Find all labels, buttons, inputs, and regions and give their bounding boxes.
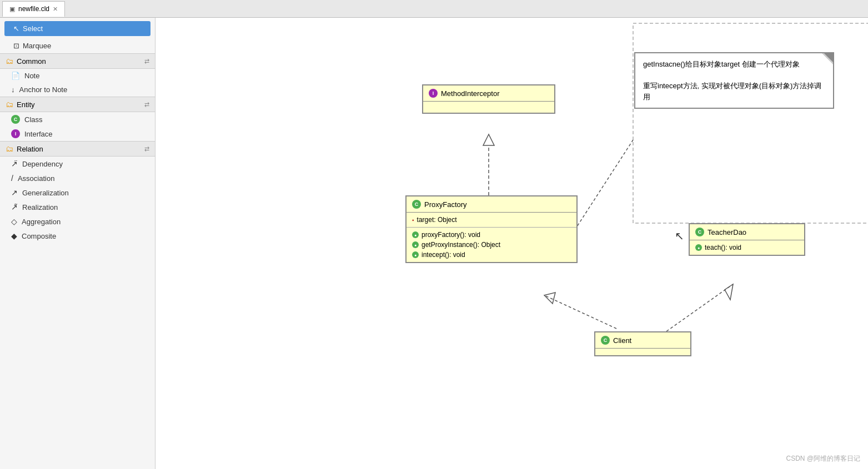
client-header: C Client (595, 332, 690, 349)
entity-label: Entity (17, 100, 35, 109)
pf-m3-icon: ● (412, 251, 419, 258)
tab-close-button[interactable]: ✕ (53, 6, 58, 13)
pf-field-target: ▪ target: Object (412, 215, 571, 225)
marquee-icon: ⊡ (13, 42, 19, 50)
class-icon: C (11, 115, 20, 124)
select-label: Select (23, 24, 43, 33)
mi-type-icon: I (429, 89, 438, 98)
association-label: Association (18, 174, 54, 183)
sidebar: ↖ Select ⊡ Marquee 🗂 Common ⇄ 📄 Note ↓ A… (0, 18, 155, 469)
watermark-text: CSDN @阿维的博客日记 (786, 455, 860, 462)
anchor-icon: ↓ (11, 85, 15, 94)
proxy-factory-methods: ● proxyFactory(): void ● getProxyInstanc… (407, 228, 576, 262)
relation-label: Relation (17, 145, 43, 153)
note-text-2: 重写intecept方法, 实现对被代理对象(目标对象)方法掉调用 (643, 80, 825, 102)
method-interceptor-title: MethodInterceptor (441, 89, 500, 98)
teacher-dao-header: C TeacherDao (690, 224, 804, 240)
common-section-header[interactable]: 🗂 Common ⇄ (0, 53, 155, 69)
tab-newfile[interactable]: ▣ newfile.cld ✕ (2, 1, 65, 17)
proxy-factory-node[interactable]: C ProxyFactory ▪ target: Object ● proxyF… (405, 195, 578, 263)
sidebar-item-dependency[interactable]: ↗̈ Dependency (0, 157, 155, 171)
pf-m2-icon: ● (412, 241, 419, 248)
canvas-area[interactable]: ↖ I MethodInterceptor C ProxyFactory ▪ t… (155, 18, 868, 469)
interface-icon: I (11, 129, 20, 138)
entity-section-header[interactable]: 🗂 Entity ⇄ (0, 97, 155, 112)
teacher-dao-node[interactable]: C TeacherDao ● teach(): void (689, 223, 805, 256)
note-label: Note (24, 72, 39, 80)
dependency-label: Dependency (22, 160, 63, 168)
main-layout: ↖ Select ⊡ Marquee 🗂 Common ⇄ 📄 Note ↓ A… (0, 18, 868, 469)
relation-section-header[interactable]: 🗂 Relation ⇄ (0, 141, 155, 157)
pf-method-1: ● proxyFactory(): void (412, 230, 571, 240)
cl-type-icon: C (601, 336, 610, 345)
client-node[interactable]: C Client (594, 331, 691, 356)
tab-bar: ▣ newfile.cld ✕ (0, 0, 868, 18)
teacher-dao-title: TeacherDao (708, 228, 746, 236)
entity-expand-icon: ⇄ (144, 101, 149, 108)
marquee-label: Marquee (23, 42, 51, 50)
common-label: Common (17, 57, 46, 65)
watermark: CSDN @阿维的博客日记 (786, 454, 860, 463)
anchor-label: Anchor to Note (19, 85, 68, 94)
pf-type-icon: C (412, 200, 421, 209)
method-interceptor-node[interactable]: I MethodInterceptor (422, 84, 555, 114)
client-section (595, 349, 690, 355)
relation-expand-icon: ⇄ (144, 145, 149, 153)
method-interceptor-section (423, 102, 554, 113)
svg-line-6 (666, 284, 733, 331)
teacher-dao-methods: ● teach(): void (690, 240, 804, 255)
select-tool-button[interactable]: ↖ Select (4, 21, 150, 36)
common-expand-icon: ⇄ (144, 58, 149, 65)
sidebar-item-note[interactable]: 📄 Note (0, 69, 155, 83)
tab-icon: ▣ (9, 6, 15, 13)
pf-method-2: ● getProxyInstance(): Object (412, 240, 571, 250)
client-title: Client (613, 336, 631, 345)
common-folder-icon: 🗂 (6, 57, 13, 65)
pf-method-3: ● intecept(): void (412, 250, 571, 260)
sidebar-item-composite[interactable]: ◆ Composite (0, 229, 155, 243)
composite-icon: ◆ (11, 231, 17, 240)
marquee-tool-button[interactable]: ⊡ Marquee (4, 39, 150, 52)
entity-folder-icon: 🗂 (6, 100, 13, 109)
sidebar-item-association[interactable]: / Association (0, 171, 155, 185)
sidebar-item-generalization[interactable]: ↗ Generalization (0, 185, 155, 200)
generalization-label: Generalization (22, 189, 69, 197)
pf-target-icon: ▪ (412, 217, 414, 223)
select-icon: ↖ (13, 24, 19, 33)
note-text-1: getInstacne()给目标对象target 创建一个代理对象 (643, 59, 825, 70)
svg-line-3 (572, 140, 633, 234)
td-m1-icon: ● (695, 244, 702, 251)
sidebar-item-anchor[interactable]: ↓ Anchor to Note (0, 83, 155, 97)
svg-text:↖: ↖ (675, 230, 684, 242)
svg-line-4 (544, 295, 616, 329)
td-method-1: ● teach(): void (695, 243, 799, 253)
sidebar-item-realization[interactable]: ↗̃ Realization (0, 200, 155, 214)
method-interceptor-header: I MethodInterceptor (423, 85, 554, 102)
association-icon: / (11, 174, 13, 183)
svg-marker-2 (483, 134, 494, 145)
note-corner (822, 53, 833, 64)
pf-m1-icon: ● (412, 231, 419, 238)
aggregation-label: Aggregation (22, 218, 61, 226)
svg-marker-7 (725, 284, 733, 300)
proxy-factory-header: C ProxyFactory (407, 196, 576, 213)
generalization-icon: ↗ (11, 188, 18, 197)
aggregation-icon: ◇ (11, 217, 17, 226)
svg-marker-5 (544, 293, 555, 304)
note-box[interactable]: getInstacne()给目标对象target 创建一个代理对象 重写inte… (634, 52, 834, 109)
proxy-factory-fields: ▪ target: Object (407, 213, 576, 228)
composite-label: Composite (22, 232, 56, 240)
td-type-icon: C (695, 228, 704, 236)
tab-label: newfile.cld (18, 5, 49, 13)
relation-folder-icon: 🗂 (6, 144, 13, 153)
sidebar-item-aggregation[interactable]: ◇ Aggregation (0, 214, 155, 229)
sidebar-item-interface[interactable]: I Interface (0, 127, 155, 141)
interface-label: Interface (24, 130, 53, 138)
dependency-icon: ↗̈ (11, 159, 18, 168)
sidebar-item-class[interactable]: C Class (0, 112, 155, 127)
proxy-factory-title: ProxyFactory (424, 200, 467, 209)
note-icon: 📄 (11, 72, 20, 80)
realization-label: Realization (22, 203, 58, 211)
class-label: Class (24, 115, 43, 124)
realization-icon: ↗̃ (11, 203, 18, 211)
